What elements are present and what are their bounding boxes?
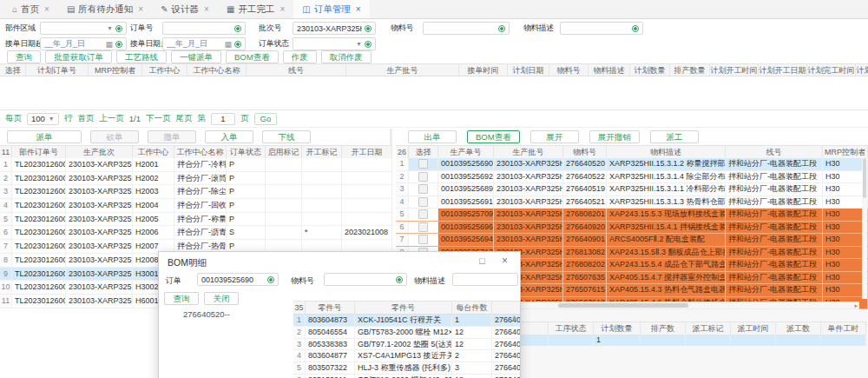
right-action-button[interactable]: 展开 [530,130,579,143]
calendar-icon[interactable]: ▦ [105,40,113,49]
right-action-button[interactable]: 展开撤销 [589,130,640,143]
modal-material-no-input[interactable] [324,273,407,286]
lookup-icon[interactable] [365,25,372,32]
table-row[interactable]: 5803507322HLJ-3 称重传感器 (托利多)3276640 [293,362,520,375]
close-icon[interactable]: × [138,4,143,14]
lookup-icon[interactable] [498,25,505,32]
tab-designer[interactable]: ✎设计器× [152,0,218,18]
left-action-button[interactable]: 砍单 [90,130,139,143]
toolbar-button[interactable]: 一键派单 [171,50,221,63]
order-no-input[interactable] [162,22,246,35]
table-row[interactable]: 6TL202301260011230103-XARP325H-1/3H2006拌… [0,226,392,240]
table-row[interactable]: 7001039525694230103-XARP325H-1/327664090… [396,234,868,247]
row-number: 5 [293,362,306,374]
maximize-icon[interactable]: □ [479,255,485,266]
lookup-icon[interactable] [115,41,122,48]
table-row[interactable]: 4TL202301260003230103-XARP325H-1/3H2004拌… [0,199,392,213]
table-cell: P [227,213,266,226]
modal-material-desc-input[interactable] [452,273,518,286]
part-area-select[interactable]: ▼ [40,22,127,35]
modal-order-input[interactable]: 001039525690 [197,273,279,286]
modal-query-button[interactable]: 查询 [164,292,199,305]
per-page-select[interactable]: 100 ▼ [27,113,59,125]
table-row[interactable]: 2TL202301260010230103-XARP325H-1/3H2002拌… [0,172,392,186]
row-number: 3 [0,185,12,198]
scroll-up-icon[interactable]: ▲ [511,314,517,320]
close-icon[interactable]: × [44,4,49,14]
table-row[interactable]: 1803604873XCK-J10541C 行程开关1276640 [293,315,520,327]
row-checkbox[interactable] [418,159,428,169]
table-row[interactable]: 4001039525691230103-XARP325H-1/327664052… [396,196,868,209]
table-row[interactable]: 5001039525709230103-XARP325H-1/327680820… [396,209,868,222]
date-to-input[interactable]: __年_月_日 ▦ [162,37,246,50]
scrollbar-thumb[interactable] [558,303,688,308]
lookup-icon[interactable] [115,25,122,32]
chevron-down-icon[interactable]: ▼ [107,25,113,31]
pagination-bar: 每页 100 ▼ 行 首页 上一页 1/1 下一页 尾页 第 1 页 Go [0,110,868,128]
lookup-icon[interactable] [234,41,241,48]
tab-home[interactable]: ⌂首页× [3,0,58,18]
last-page-link[interactable]: 尾页 [176,113,193,124]
table-row[interactable]: 5TL202301260006230103-XARP325H-1/3H2005拌… [0,213,392,227]
prev-page-link[interactable]: 上一页 [99,113,124,124]
row-checkbox[interactable] [418,209,428,219]
toolbar-button[interactable]: BOM查看 [226,50,279,63]
table-row[interactable]: 2805046554GB/T5783-2000 螺栓 M12×60(达克1227… [293,327,520,339]
left-action-button[interactable]: 派单 [7,130,82,143]
table-row[interactable]: 6001039525696230103-XARP325H-1/327664092… [396,222,868,235]
scroll-right-icon[interactable]: ▸ [854,302,858,309]
go-button[interactable]: Go [254,113,278,125]
vertical-scrollbar[interactable] [862,158,867,299]
table-row[interactable]: 3001039525689230103-XARP325H-1/327664051… [396,183,868,196]
modal-close-button[interactable]: 关闭 [204,292,239,305]
lookup-icon[interactable] [365,41,372,48]
tab-orders[interactable]: ◫订单管理× [293,0,369,18]
row-checkbox[interactable] [418,172,428,182]
table-row[interactable]: 6805139911GB/T818-2000 螺钉 M6×25(达克罗18276… [293,375,520,378]
calendar-icon[interactable]: ▦ [224,40,232,49]
close-icon[interactable]: × [204,4,209,14]
date-from-input[interactable]: __年_月_日 ▦ [40,37,127,50]
order-status-select[interactable]: ▼ [293,37,376,50]
batch-no-input[interactable]: 230103-XARP325H-1/3 [293,22,376,35]
lookup-icon[interactable] [396,276,403,283]
lookup-icon[interactable] [267,276,274,283]
table-row[interactable]: 3TL202301260001230103-XARP325H-1/3H2003拌… [0,185,392,199]
next-page-link[interactable]: 下一页 [146,113,171,124]
table-row[interactable]: 3805338383GB/T97.1-2002 垫圈 5(达克罗)1227664… [293,339,520,351]
right-action-button[interactable]: 派工 [650,130,699,143]
left-action-button[interactable]: 下线 [262,130,311,143]
toolbar-button[interactable]: 取消作废 [321,50,372,63]
close-icon[interactable]: × [502,255,508,267]
table-row[interactable]: 1TL202301260005230103-XARP325H-1/3H2001拌… [0,158,392,172]
toolbar-button[interactable]: 工艺路线 [116,50,167,63]
row-checkbox[interactable] [418,235,428,244]
first-page-link[interactable]: 首页 [77,113,94,124]
material-desc-input[interactable] [560,22,643,35]
left-action-button[interactable]: 撤单 [148,130,196,143]
table-row[interactable]: 1001039525690230103-XARP325H-1/327664052… [396,158,868,171]
table-row[interactable]: 4803604877XS7-C4A1MPG13 接近开关2276640 [293,350,520,362]
close-icon[interactable]: × [279,4,285,14]
production-order-table-header: 26选择生产单号生产批号物料号物料描述线号MRP控制者 [396,145,868,159]
lookup-icon[interactable] [234,25,241,32]
right-action-button[interactable]: 出单 [408,130,457,143]
close-icon[interactable]: × [356,4,361,14]
row-checkbox[interactable] [418,197,428,207]
toolbar-button[interactable]: 作废 [283,50,317,63]
table-row[interactable]: 2001039525692230103-XARP325H-1/327664052… [396,171,868,184]
material-no-input[interactable] [423,22,510,35]
lookup-icon[interactable] [632,25,639,32]
toolbar-button[interactable]: 查询 [7,50,41,63]
table-cell: XARP325HII.15.3.1.2 称量搅拌部分布线 [607,158,726,170]
tab-todo[interactable]: ▤所有待办通知× [58,0,152,18]
row-checkbox[interactable] [418,222,428,232]
scrollbar-thumb[interactable] [863,158,866,198]
toolbar-button[interactable]: 批量获取订单 [45,50,112,63]
left-action-button[interactable]: 入单 [205,130,253,143]
right-action-button[interactable]: BOM查看 [467,130,520,143]
chevron-down-icon[interactable]: ▼ [356,41,362,47]
row-checkbox[interactable] [418,184,428,194]
page-jump-input[interactable]: 1 [211,113,235,125]
tab-startfinish[interactable]: ▦开工完工× [218,0,293,18]
